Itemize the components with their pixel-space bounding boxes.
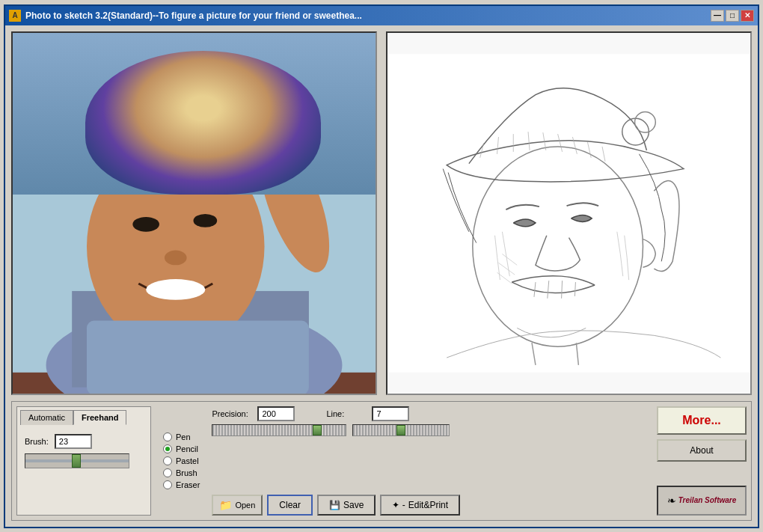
about-button[interactable]: About [657, 439, 747, 462]
tool-pastel-label: Pastel [176, 456, 199, 465]
svg-point-5 [53, 91, 245, 180]
logo-area: ❧ Treilan Software [657, 486, 747, 516]
logo-icon: ❧ [667, 495, 676, 507]
sketch-svg [387, 33, 750, 394]
svg-point-4 [43, 135, 280, 187]
tool-pen-row[interactable]: Pen [163, 432, 200, 441]
svg-rect-15 [87, 320, 309, 393]
svg-point-12 [165, 250, 187, 265]
photo-svg [13, 33, 376, 394]
tool-pencil-radio[interactable] [163, 444, 172, 453]
svg-point-13 [146, 279, 205, 300]
tab-row: Automatic Freehand [20, 410, 147, 425]
brush-input[interactable] [55, 434, 92, 449]
right-panel: More... About ❧ Treilan Software [657, 406, 747, 516]
brush-slider-track [25, 459, 129, 462]
tab-content: Brush: [20, 429, 147, 473]
tab-freehand[interactable]: Freehand [73, 410, 127, 425]
tool-brush-radio[interactable] [163, 468, 172, 477]
tool-eraser-label: Eraser [176, 480, 200, 489]
title-bar: A Photo to sketch 3.2(Standard)--To figu… [5, 6, 758, 25]
save-icon: 💾 [329, 500, 340, 510]
app-icon: A [9, 10, 21, 22]
tool-brush-row[interactable]: Brush [163, 468, 200, 477]
svg-point-8 [261, 113, 284, 135]
app-window: A Photo to sketch 3.2(Standard)--To figu… [4, 4, 759, 528]
clear-button[interactable]: Clear [267, 495, 313, 516]
brush-slider[interactable] [25, 453, 129, 468]
open-label: Open [235, 501, 255, 510]
action-buttons: 📁 Open Clear 💾 Save ✦ - Edit&Print [212, 480, 460, 516]
precision-slider[interactable] [212, 424, 346, 436]
edit-print-button[interactable]: ✦ - Edit&Print [380, 495, 460, 516]
tool-eraser-radio[interactable] [163, 480, 172, 489]
precision-slider-thumb[interactable] [313, 425, 322, 435]
open-button[interactable]: 📁 Open [212, 495, 263, 516]
tab-automatic[interactable]: Automatic [20, 410, 73, 425]
tool-pastel-radio[interactable] [163, 456, 172, 465]
folder-icon: 📁 [219, 499, 232, 511]
tools-panel: Pen Pencil Pastel Brush Eraser [157, 406, 206, 516]
save-label: Save [343, 500, 364, 510]
tabs-panel: Automatic Freehand Brush: [16, 406, 151, 516]
svg-point-11 [194, 213, 218, 227]
svg-point-10 [132, 216, 159, 231]
window-title: Photo to sketch 3.2(Standard)--To figure… [25, 10, 711, 21]
params-col: Precision: Line: 📁 [212, 406, 460, 516]
main-content: Automatic Freehand Brush: [5, 25, 758, 527]
more-button[interactable]: More... [657, 406, 747, 435]
brush-slider-thumb[interactable] [72, 454, 81, 468]
brush-row: Brush: [25, 434, 143, 449]
tool-pen-radio[interactable] [163, 432, 172, 441]
original-photo-panel [11, 31, 377, 395]
brush-label: Brush: [25, 437, 49, 446]
images-area [11, 31, 752, 395]
window-controls: — □ ✕ [711, 10, 754, 22]
precision-row: Precision: Line: [212, 406, 460, 421]
line-slider[interactable] [352, 424, 450, 436]
minimize-button[interactable]: — [711, 10, 724, 22]
precision-label: Precision: [212, 409, 253, 418]
tool-eraser-row[interactable]: Eraser [163, 480, 200, 489]
edit-print-label: Edit&Print [408, 500, 448, 510]
maximize-button[interactable]: □ [726, 10, 739, 22]
original-photo [13, 33, 376, 394]
tool-pen-label: Pen [176, 432, 191, 441]
svg-point-3 [87, 142, 265, 349]
svg-point-7 [250, 119, 280, 149]
svg-point-9 [239, 114, 260, 135]
svg-rect-16 [387, 54, 750, 373]
logo-text: Treilan Software [678, 495, 737, 505]
line-label: Line: [326, 409, 367, 418]
tool-pencil-label: Pencil [176, 444, 198, 453]
tool-pastel-row[interactable]: Pastel [163, 456, 200, 465]
controls-area: Automatic Freehand Brush: [11, 401, 752, 521]
tool-pencil-row[interactable]: Pencil [163, 444, 200, 453]
line-input[interactable] [372, 406, 409, 421]
close-button[interactable]: ✕ [741, 10, 754, 22]
precision-input[interactable] [257, 406, 295, 421]
tool-brush-label: Brush [176, 468, 197, 477]
save-button[interactable]: 💾 Save [317, 495, 376, 516]
svg-point-6 [46, 146, 261, 190]
edit-print-icon: ✦ - [392, 500, 405, 510]
line-slider-thumb[interactable] [396, 425, 405, 435]
sketch-photo-panel [386, 31, 752, 395]
sliders-row [212, 424, 460, 436]
